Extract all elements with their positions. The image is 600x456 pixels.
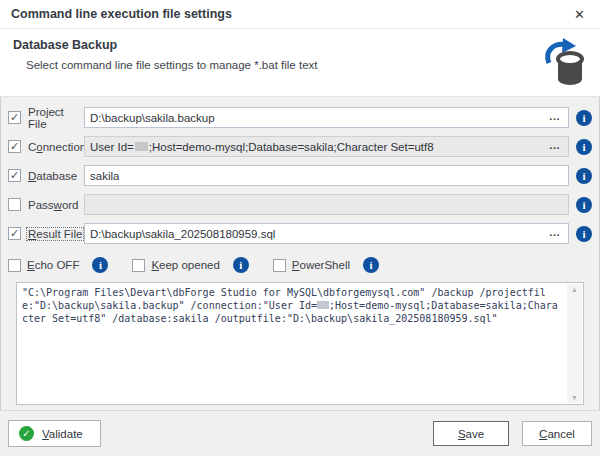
powershell-checkbox[interactable] [273, 259, 286, 272]
password-label: Password [27, 199, 84, 211]
connection-row: ✓ Connection User Id=;Host=demo-mysql;Da… [8, 136, 592, 157]
echo-off-checkbox[interactable] [8, 259, 21, 272]
save-button[interactable]: Save [433, 421, 509, 446]
powershell-info-icon[interactable]: i [363, 257, 379, 273]
project-file-input[interactable]: D:\backup\sakila.backup ... [84, 107, 569, 128]
database-backup-icon [541, 37, 587, 89]
database-checkbox[interactable]: ✓ [8, 169, 21, 182]
cancel-button-label: Cancel [539, 428, 575, 440]
result-file-info-icon[interactable]: i [576, 226, 592, 242]
command-line-settings-dialog: Command line execution file settings ✕ D… [0, 0, 600, 456]
project-file-checkbox[interactable]: ✓ [8, 111, 21, 124]
connection-browse-button[interactable]: ... [546, 141, 563, 153]
keep-opened-info-icon[interactable]: i [233, 257, 249, 273]
redacted-user-id [135, 142, 148, 151]
keep-opened-option: Keep opened i [132, 257, 248, 273]
password-input[interactable] [84, 194, 569, 215]
database-value: sakila [90, 170, 119, 182]
password-info-icon[interactable]: i [576, 197, 592, 213]
vertical-scrollbar[interactable]: ▲ ▼ [567, 284, 582, 403]
options-row: Echo OFF i Keep opened i PowerShell i [8, 257, 592, 273]
validate-button[interactable]: ✓ Validate [8, 420, 101, 447]
cancel-button[interactable]: Cancel [522, 421, 592, 446]
redacted-user-id [317, 301, 329, 309]
project-file-browse-button[interactable]: ... [546, 112, 563, 124]
keep-opened-label: Keep opened [151, 259, 219, 271]
header-subtitle: Select command line file settings to man… [26, 59, 588, 71]
database-row: ✓ Database sakila i [8, 165, 592, 186]
scroll-down-icon[interactable]: ▼ [571, 394, 578, 401]
checkbox-check-icon: ✓ [10, 228, 19, 239]
result-file-row: ✓ Result File D:\backup\sakila_202508180… [8, 223, 592, 244]
header-title: Database Backup [13, 38, 588, 52]
form-body: ✓ Project File D:\backup\sakila.backup .… [0, 97, 600, 405]
scroll-up-icon[interactable]: ▲ [571, 286, 578, 293]
connection-value: User Id=;Host=demo-mysql;Database=sakila… [90, 141, 434, 153]
powershell-option: PowerShell i [273, 257, 379, 273]
checkbox-check-icon: ✓ [10, 112, 19, 123]
validate-button-label: Validate [42, 428, 83, 440]
project-file-label: Project File [27, 106, 84, 130]
project-file-info-icon[interactable]: i [576, 110, 592, 126]
header: Database Backup Select command line file… [0, 29, 600, 97]
result-file-checkbox[interactable]: ✓ [8, 227, 21, 240]
result-file-input[interactable]: D:\backup\sakila_202508180959.sql ... [84, 223, 569, 244]
checkbox-check-icon: ✓ [10, 170, 19, 181]
connection-checkbox[interactable]: ✓ [8, 140, 21, 153]
command-text: "C:\Program Files\Devart\dbForge Studio … [22, 286, 561, 325]
validate-check-icon: ✓ [19, 426, 34, 441]
password-row: Password i [8, 194, 592, 215]
connection-info-icon[interactable]: i [576, 139, 592, 155]
command-text-area[interactable]: "C:\Program Files\Devart\dbForge Studio … [16, 282, 584, 405]
database-info-icon[interactable]: i [576, 168, 592, 184]
project-file-value: D:\backup\sakila.backup [90, 112, 215, 124]
dialog-title: Command line execution file settings [11, 7, 232, 21]
result-file-browse-button[interactable]: ... [546, 228, 563, 240]
footer: ✓ Validate Save Cancel [0, 410, 600, 456]
connection-label: Connection [27, 141, 84, 153]
password-checkbox[interactable] [8, 198, 21, 211]
project-file-row: ✓ Project File D:\backup\sakila.backup .… [8, 107, 592, 128]
echo-off-info-icon[interactable]: i [92, 257, 108, 273]
connection-input[interactable]: User Id=;Host=demo-mysql;Database=sakila… [84, 136, 569, 157]
keep-opened-checkbox[interactable] [132, 259, 145, 272]
save-button-label: Save [458, 428, 484, 440]
result-file-value: D:\backup\sakila_202508180959.sql [90, 228, 275, 240]
checkbox-check-icon: ✓ [10, 141, 19, 152]
close-icon[interactable]: ✕ [571, 6, 588, 23]
titlebar: Command line execution file settings ✕ [0, 0, 600, 29]
powershell-label: PowerShell [292, 259, 350, 271]
echo-off-option: Echo OFF i [8, 257, 108, 273]
database-input[interactable]: sakila [84, 165, 569, 186]
database-label: Database [27, 170, 84, 182]
result-file-label: Result File [27, 228, 84, 240]
echo-off-label: Echo OFF [27, 259, 79, 271]
